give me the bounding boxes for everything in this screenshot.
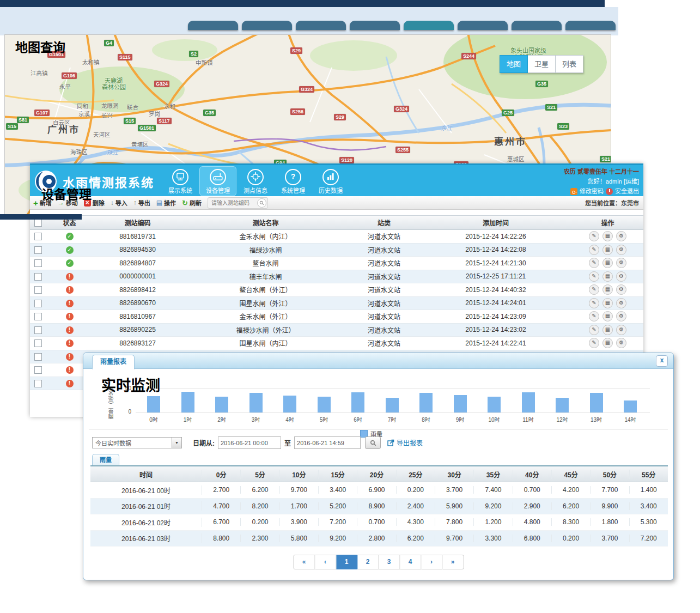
search-icon[interactable] <box>365 436 381 449</box>
row-checkbox[interactable] <box>34 326 42 334</box>
dialog-tab-rain-report[interactable]: 雨量报表 <box>92 355 135 369</box>
toolbar-button-刷新[interactable]: ↻刷新 <box>182 198 202 207</box>
edit-icon[interactable]: ✎ <box>589 311 599 321</box>
close-icon[interactable]: x <box>656 355 668 367</box>
rain-sub-tab[interactable]: 雨量 <box>92 454 119 466</box>
page-button-1[interactable]: 1 <box>336 555 357 569</box>
background-tab[interactable] <box>242 21 292 30</box>
nav-item-测点信息[interactable]: 测点信息 <box>237 166 274 196</box>
gear-icon[interactable]: ⚙ <box>616 338 626 348</box>
edit-icon[interactable]: ✎ <box>589 298 599 308</box>
background-tab[interactable] <box>188 21 238 30</box>
edit-icon[interactable]: ✎ <box>589 258 599 268</box>
background-tab[interactable] <box>565 21 616 30</box>
nav-item-设备管理[interactable]: 设备管理 <box>199 166 236 196</box>
rain-value: 2.800 <box>357 535 396 542</box>
row-checkbox[interactable] <box>34 366 42 374</box>
rain-value: 3.700 <box>435 486 474 494</box>
toolbar-button-导入[interactable]: ↓导入 <box>111 198 127 207</box>
page-button-4[interactable]: 4 <box>400 555 421 569</box>
current-location: 您当前位置：东莞市 <box>585 198 639 207</box>
archive-icon[interactable]: ▦ <box>602 284 613 295</box>
edit-icon[interactable]: ✎ <box>589 325 599 335</box>
gear-icon[interactable]: ⚙ <box>616 298 626 308</box>
row-checkbox[interactable] <box>34 339 42 347</box>
select-all-checkbox[interactable] <box>34 219 42 227</box>
added-time: 2015-12-24 14:22:41 <box>419 339 572 347</box>
gear-icon[interactable]: ⚙ <box>616 258 626 268</box>
page-button-‹[interactable]: ‹ <box>315 555 336 569</box>
rain-column-header-10分: 10分 <box>280 470 319 479</box>
background-tab[interactable] <box>512 21 562 30</box>
archive-icon[interactable]: ▦ <box>602 338 613 348</box>
background-tab-active[interactable] <box>404 21 454 30</box>
gear-icon[interactable]: ⚙ <box>616 325 626 335</box>
gear-icon[interactable]: ⚙ <box>616 311 626 321</box>
archive-icon[interactable]: ▦ <box>602 311 613 321</box>
rain-bar <box>419 393 433 412</box>
row-checkbox[interactable] <box>34 313 42 320</box>
row-checkbox[interactable] <box>34 353 42 361</box>
search-icon[interactable] <box>257 198 266 208</box>
archive-icon[interactable]: ▦ <box>602 231 613 241</box>
gear-icon[interactable]: ⚙ <box>616 271 626 282</box>
page-button-«[interactable]: « <box>293 555 315 569</box>
nav-item-系统管理[interactable]: ?系统管理 <box>275 166 312 196</box>
rain-bar <box>590 393 603 412</box>
map-view-button-卫星[interactable]: 卫星 <box>528 55 556 73</box>
page-button-2[interactable]: 2 <box>357 555 379 569</box>
archive-icon[interactable]: ▦ <box>602 325 613 335</box>
gear-icon[interactable]: ⚙ <box>616 231 626 241</box>
row-checkbox[interactable] <box>34 380 42 387</box>
background-tab[interactable] <box>350 21 400 30</box>
row-checkbox[interactable] <box>34 286 42 294</box>
archive-icon[interactable]: ▦ <box>602 245 613 255</box>
road-shield: S21 <box>600 156 611 162</box>
edit-icon[interactable]: ✎ <box>589 231 599 241</box>
logout-link[interactable]: 安全退出 <box>615 186 639 196</box>
row-checkbox[interactable] <box>34 259 42 267</box>
row-checkbox[interactable] <box>34 233 42 240</box>
date-to-label: 至 <box>284 438 291 447</box>
archive-icon[interactable]: ▦ <box>602 271 613 282</box>
map-view-button-列表[interactable]: 列表 <box>556 55 583 73</box>
row-checkbox[interactable] <box>34 300 42 307</box>
export-report-link[interactable]: 导出报表 <box>387 438 423 447</box>
data-type-select[interactable]: 今日实时数据 ▼ <box>92 437 182 448</box>
road-shield: S21 <box>545 104 557 111</box>
station-search-input[interactable] <box>210 199 257 207</box>
gear-icon[interactable]: ⚙ <box>616 284 626 295</box>
change-password-link[interactable]: 修改密码 <box>580 186 604 196</box>
toolbar-button-操作[interactable]: ▤操作 <box>156 198 176 207</box>
date-from-input[interactable] <box>218 436 281 449</box>
row-checkbox[interactable] <box>34 273 42 281</box>
toolbar-button-label: 操作 <box>164 198 176 207</box>
edit-icon[interactable]: ✎ <box>589 245 599 255</box>
edit-icon[interactable]: ✎ <box>589 271 599 282</box>
archive-icon[interactable]: ▦ <box>602 258 613 268</box>
edit-icon[interactable]: ✎ <box>589 338 599 348</box>
nav-item-历史数据[interactable]: 历史数据 <box>312 166 349 196</box>
status-alert-icon: ! <box>66 300 74 307</box>
row-checkbox[interactable] <box>34 246 42 254</box>
station-code: 8826898412 <box>93 286 182 294</box>
gear-icon[interactable]: ⚙ <box>616 245 626 255</box>
nav-item-展示系统[interactable]: 展示系统 <box>162 166 199 196</box>
added-time: 2015-12-24 14:23:09 <box>419 313 572 320</box>
chart-gridline-top <box>136 389 650 389</box>
rain-bar <box>215 397 228 412</box>
archive-icon[interactable]: ▦ <box>602 298 613 308</box>
map-view-button-地图[interactable]: 地图 <box>500 55 528 73</box>
rain-value: 6.700 <box>202 518 241 526</box>
background-tab[interactable] <box>296 21 346 30</box>
dialog-title-bar[interactable]: 雨量报表 x <box>83 353 673 369</box>
date-to-input[interactable] <box>294 436 361 449</box>
page-button-»[interactable]: » <box>442 555 464 569</box>
page-button-›[interactable]: › <box>421 555 442 569</box>
background-tab[interactable] <box>458 21 508 30</box>
edit-icon[interactable]: ✎ <box>589 284 599 295</box>
chart-y-tick-0: 0 <box>115 409 131 415</box>
page-button-3[interactable]: 3 <box>379 555 400 569</box>
status-alert-icon: ! <box>66 313 74 320</box>
toolbar-button-导出[interactable]: ↑导出 <box>133 198 150 207</box>
